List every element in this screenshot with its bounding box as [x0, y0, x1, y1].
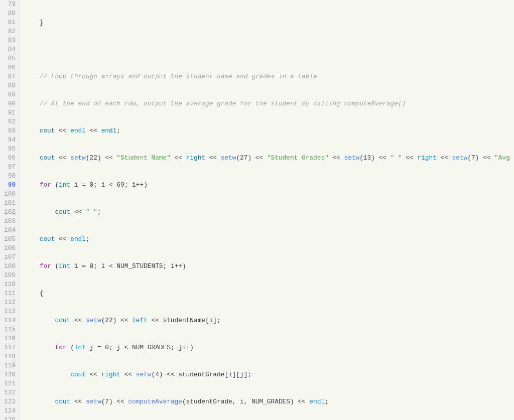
line-num: 88	[4, 81, 16, 90]
line-num: 116	[4, 334, 16, 343]
line-num: 112	[4, 298, 16, 307]
line-num: 122	[4, 388, 16, 397]
line-num: 106	[4, 244, 16, 253]
line-numbers: 79 80 81 82 83 84 85 86 87 88 89 90 91 9…	[0, 0, 20, 420]
line-num: 83	[4, 36, 16, 45]
line-num: 114	[4, 316, 16, 325]
code-line: cout << setw(7) << computeAverage(studen…	[22, 397, 514, 406]
line-num: 107	[4, 253, 16, 262]
line-num: 118	[4, 352, 16, 361]
line-num: 121	[4, 379, 16, 388]
line-num: 113	[4, 307, 16, 316]
line-num: 124	[4, 406, 16, 415]
line-num: 90	[4, 99, 16, 108]
code-line: cout << "-";	[22, 208, 514, 217]
line-num: 110	[4, 280, 16, 289]
code-line	[22, 45, 514, 54]
code-line: for (int i = 0; i < NUM_STUDENTS; i++)	[22, 262, 514, 271]
code-content[interactable]: } // Loop through arrays and output the …	[20, 0, 514, 420]
line-num: 87	[4, 72, 16, 81]
line-num: 108	[4, 262, 16, 271]
line-num: 100	[4, 190, 16, 199]
line-num: 99	[4, 181, 16, 190]
code-line: cout << right << setw(4) << studentGrade…	[22, 370, 514, 379]
code-line: {	[22, 289, 514, 298]
code-line: cout << endl;	[22, 235, 514, 244]
code-line: for (int j = 0; j < NUM_GRADES; j++)	[22, 343, 514, 352]
line-num: 111	[4, 289, 16, 298]
code-line: cout << setw(22) << left << studentName[…	[22, 316, 514, 325]
code-line: }	[22, 18, 514, 27]
line-num: 119	[4, 361, 16, 370]
line-num: 80	[4, 9, 16, 18]
line-num: 93	[4, 126, 16, 135]
line-num: 123	[4, 397, 16, 406]
line-num: 96	[4, 154, 16, 163]
line-num: 94	[4, 135, 16, 145]
line-num: 109	[4, 271, 16, 280]
code-line: cout << setw(22) << "Student Name" << ri…	[22, 154, 514, 163]
line-num: 115	[4, 325, 16, 334]
line-num: 98	[4, 172, 16, 181]
code-line: for (int i = 0; i < 69; i++)	[22, 181, 514, 190]
line-num: 91	[4, 108, 16, 117]
line-num: 103	[4, 217, 16, 226]
line-num: 95	[4, 145, 16, 154]
code-editor: 79 80 81 82 83 84 85 86 87 88 89 90 91 9…	[0, 0, 514, 420]
line-num: 92	[4, 117, 16, 126]
line-num: 85	[4, 54, 16, 63]
line-num: 81	[4, 18, 16, 27]
code-line: // Loop through arrays and output the st…	[22, 72, 514, 81]
line-num: 120	[4, 370, 16, 379]
line-num: 105	[4, 235, 16, 244]
line-num: 104	[4, 226, 16, 235]
line-num: 101	[4, 199, 16, 208]
line-num: 86	[4, 63, 16, 72]
line-num: 102	[4, 208, 16, 217]
line-num: 79	[4, 0, 16, 9]
line-num: 89	[4, 90, 16, 99]
line-num: 84	[4, 45, 16, 54]
line-num: 125	[4, 415, 16, 420]
line-num: 117	[4, 343, 16, 352]
code-line: cout << endl << endl;	[22, 126, 514, 135]
line-num: 97	[4, 163, 16, 172]
line-num: 82	[4, 27, 16, 36]
code-line: // At the end of each row, output the av…	[22, 99, 514, 108]
